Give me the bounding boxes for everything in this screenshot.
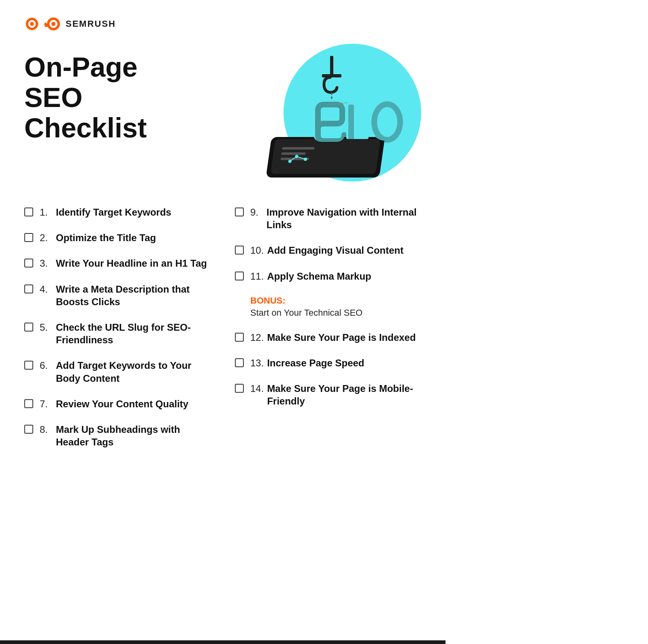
item-text-2: Optimize the Title Tag — [56, 231, 156, 244]
checklist-item-13: 13. Increase Page Speed — [235, 357, 421, 369]
bonus-section: BONUS: Start on Your Technical SEO — [235, 295, 421, 318]
checklist-left-column: 1. Identify Target Keywords 2. Optimize … — [24, 206, 211, 461]
checklist-item-11: 11. Apply Schema Markup — [235, 270, 421, 282]
item-content-10: 10. Add Engaging Visual Content — [250, 244, 403, 257]
brand-name: SEMRUSH — [66, 19, 116, 29]
item-text-6: Add Target Keywords to Your Body Content — [56, 359, 211, 384]
svg-rect-11 — [271, 139, 381, 174]
item-content-7: 7. Review Your Content Quality — [40, 398, 188, 410]
item-number-5: 5. — [40, 321, 53, 334]
svg-rect-8 — [322, 74, 341, 77]
item-content-1: 1. Identify Target Keywords — [40, 206, 171, 218]
checklist-item-2: 2. Optimize the Title Tag — [24, 231, 211, 244]
svg-rect-24 — [348, 105, 354, 141]
bonus-text: Start on Your Technical SEO — [250, 308, 421, 318]
item-text-3: Write Your Headline in an H1 Tag — [56, 257, 207, 270]
checkbox-10[interactable] — [235, 246, 244, 255]
checkbox-4[interactable] — [24, 285, 33, 293]
item-content-2: 2. Optimize the Title Tag — [40, 231, 156, 244]
checklist-item-12: 12. Make Sure Your Page is Indexed — [235, 331, 421, 344]
svg-point-2 — [30, 22, 34, 26]
item-number-1: 1. — [40, 206, 53, 218]
checkbox-2[interactable] — [24, 233, 33, 242]
item-text-10: Add Engaging Visual Content — [267, 244, 403, 257]
item-number-3: 3. — [40, 257, 53, 270]
item-number-10: 10. — [250, 244, 264, 257]
top-section: On-Page SEO Checklist — [24, 44, 421, 190]
item-text-1: Identify Target Keywords — [56, 206, 171, 218]
checklist-item-14: 14. Make Sure Your Page is Mobile-Friend… — [235, 382, 421, 407]
checkbox-5[interactable] — [24, 323, 33, 332]
checkbox-3[interactable] — [24, 259, 33, 267]
item-text-5: Check the URL Slug for SEO-Friendliness — [56, 321, 211, 346]
checklist-item-10: 10. Add Engaging Visual Content — [235, 244, 421, 257]
checkbox-6[interactable] — [24, 361, 33, 370]
checkbox-1[interactable] — [24, 208, 33, 216]
item-content-13: 13. Increase Page Speed — [250, 357, 364, 369]
item-content-11: 11. Apply Schema Markup — [250, 270, 371, 282]
item-number-13: 13. — [250, 357, 264, 369]
item-number-8: 8. — [40, 423, 53, 436]
item-content-14: 14. Make Sure Your Page is Mobile-Friend… — [250, 382, 421, 407]
checklist-item-4: 4. Write a Meta Description that Boosts … — [24, 283, 211, 308]
item-text-13: Increase Page Speed — [267, 357, 364, 369]
item-content-12: 12. Make Sure Your Page is Indexed — [250, 331, 416, 344]
checkbox-11[interactable] — [235, 272, 244, 280]
item-content-6: 6. Add Target Keywords to Your Body Cont… — [40, 359, 211, 384]
item-text-8: Mark Up Subheadings with Header Tags — [56, 423, 211, 448]
item-number-7: 7. — [40, 398, 53, 410]
checklist-item-7: 7. Review Your Content Quality — [24, 398, 211, 410]
item-text-9: Improve Navigation with Internal Links — [266, 206, 421, 231]
illustration-graphic — [251, 52, 421, 190]
item-number-6: 6. — [40, 359, 53, 372]
checklist-item-8: 8. Mark Up Subheadings with Header Tags — [24, 423, 211, 448]
bonus-label: BONUS: — [250, 295, 421, 306]
item-text-11: Apply Schema Markup — [267, 270, 371, 282]
svg-rect-12 — [282, 147, 315, 150]
checkbox-9[interactable] — [235, 208, 244, 216]
item-number-9: 9. — [250, 206, 263, 218]
checklist-section: 1. Identify Target Keywords 2. Optimize … — [24, 206, 421, 461]
item-number-4: 4. — [40, 283, 53, 295]
header: SEMRUSH — [24, 16, 421, 32]
item-content-5: 5. Check the URL Slug for SEO-Friendline… — [40, 321, 211, 346]
item-number-14: 14. — [250, 382, 264, 395]
checklist-item-3: 3. Write Your Headline in an H1 Tag — [24, 257, 211, 270]
checklist-item-6: 6. Add Target Keywords to Your Body Cont… — [24, 359, 211, 384]
item-content-4: 4. Write a Meta Description that Boosts … — [40, 283, 211, 308]
item-text-4: Write a Meta Description that Boosts Cli… — [56, 283, 211, 308]
checklist-item-1: 1. Identify Target Keywords — [24, 206, 211, 218]
item-number-12: 12. — [250, 331, 264, 344]
semrush-logo-icon — [24, 16, 40, 32]
seo-illustration — [251, 44, 421, 190]
checkbox-12[interactable] — [235, 333, 244, 342]
item-text-12: Make Sure Your Page is Indexed — [267, 331, 416, 344]
checkbox-8[interactable] — [24, 425, 33, 434]
checklist-item-5: 5. Check the URL Slug for SEO-Friendline… — [24, 321, 211, 346]
item-text-7: Review Your Content Quality — [56, 398, 188, 410]
item-number-2: 2. — [40, 231, 53, 244]
semrush-logo-graphic — [44, 17, 62, 31]
item-content-8: 8. Mark Up Subheadings with Header Tags — [40, 423, 211, 448]
svg-rect-7 — [330, 56, 333, 76]
checklist-right-column: 9. Improve Navigation with Internal Link… — [235, 206, 421, 461]
footer: semrush.com SEMRUSH — [0, 640, 446, 644]
svg-rect-13 — [281, 152, 306, 155]
item-text-14: Make Sure Your Page is Mobile-Friendly — [267, 382, 421, 407]
page-title: On-Page SEO Checklist — [24, 52, 202, 143]
item-number-11: 11. — [250, 270, 264, 282]
checkbox-13[interactable] — [235, 358, 244, 367]
item-content-9: 9. Improve Navigation with Internal Link… — [250, 206, 421, 231]
checklist-item-9: 9. Improve Navigation with Internal Link… — [235, 206, 421, 231]
checkbox-7[interactable] — [24, 399, 33, 408]
svg-point-6 — [51, 22, 55, 26]
item-content-3: 3. Write Your Headline in an H1 Tag — [40, 257, 207, 270]
checkbox-14[interactable] — [235, 384, 244, 393]
